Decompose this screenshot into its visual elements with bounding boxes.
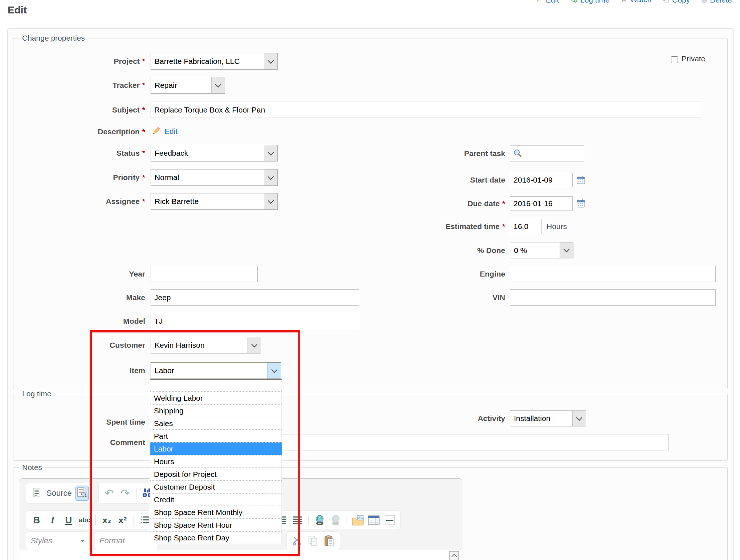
year-label: Year — [7, 266, 145, 282]
engine-label: Engine — [363, 266, 505, 282]
dropdown-option[interactable]: Credit — [150, 493, 282, 506]
svg-text:3: 3 — [140, 522, 142, 524]
assignee-select[interactable]: Rick Barrette — [151, 193, 278, 210]
horizontal-rule-icon[interactable] — [384, 513, 396, 527]
vin-input[interactable] — [510, 289, 716, 306]
priority-select[interactable]: Normal — [151, 169, 278, 186]
engine-input[interactable] — [510, 266, 716, 282]
customer-select[interactable]: Kevin Harrison — [151, 337, 261, 353]
format-dropdown[interactable]: Format — [95, 531, 159, 550]
copy-action-link[interactable]: Copy — [662, 0, 690, 4]
format-group: B I U abc x₂ x² 123 — [26, 510, 156, 530]
undo-button[interactable]: ↶ — [103, 486, 115, 500]
strikethrough-button[interactable]: abc — [78, 513, 91, 527]
chevron-down-icon — [560, 242, 573, 258]
dropdown-option-selected[interactable]: Labor — [150, 442, 282, 455]
tracker-select[interactable]: Repair — [151, 77, 225, 94]
bold-button[interactable]: B — [30, 513, 43, 527]
project-label: Project* — [7, 53, 145, 70]
copy-icon — [662, 0, 670, 4]
description-edit[interactable]: Edit — [152, 126, 177, 137]
delete-action-link[interactable]: Delete — [701, 0, 732, 4]
subscript-button[interactable]: x₂ — [101, 513, 113, 527]
status-select[interactable]: Feedback — [151, 145, 278, 162]
description-label: Description* — [7, 125, 145, 138]
dropdown-option[interactable]: Part — [150, 429, 282, 442]
link-icon[interactable] — [314, 513, 326, 527]
source-icon — [32, 487, 41, 499]
activity-label: Activity — [363, 410, 505, 426]
customer-label: Customer — [7, 337, 145, 353]
dropdown-option[interactable] — [150, 380, 282, 391]
superscript-button[interactable]: x² — [116, 513, 129, 527]
image-icon[interactable] — [352, 513, 364, 527]
private-label: Private — [682, 54, 705, 63]
watch-action-link[interactable]: Watch — [621, 0, 652, 4]
percent-done-select[interactable]: 0 % — [510, 242, 573, 258]
comment-label: Comment — [7, 434, 145, 450]
dropdown-option[interactable]: Shop Space Rent Day — [150, 531, 282, 544]
subject-input[interactable] — [151, 102, 702, 118]
cut-icon[interactable] — [291, 534, 303, 548]
dropdown-option[interactable]: Shipping — [150, 404, 282, 417]
styles-dropdown[interactable]: Styles — [26, 531, 90, 550]
description-edit-link[interactable]: Edit — [164, 127, 177, 136]
trash-icon — [701, 0, 707, 4]
estimated-time-input[interactable] — [510, 219, 542, 234]
scroll-up-button[interactable] — [449, 551, 459, 560]
subject-label: Subject* — [7, 102, 145, 118]
page-title: Edit — [8, 4, 27, 16]
dropdown-option[interactable]: Shop Space Rent Monthly — [150, 506, 282, 518]
model-label: Model — [7, 313, 145, 329]
paste-icon[interactable] — [323, 534, 335, 548]
preview-button[interactable] — [75, 486, 89, 501]
issue-action-toolbar: Edit Log time Watch Copy Delete — [536, 0, 732, 5]
start-date-input[interactable] — [510, 173, 573, 187]
model-input[interactable] — [151, 313, 359, 329]
calendar-icon[interactable] — [576, 175, 585, 186]
make-input[interactable] — [151, 289, 359, 306]
dropdown-option[interactable]: Customer Deposit — [150, 480, 282, 493]
delete-action-label: Delete — [710, 0, 732, 4]
due-date-input[interactable] — [510, 196, 573, 211]
editor-toolbar-row3-right — [286, 532, 340, 550]
calendar-icon[interactable] — [576, 199, 585, 209]
priority-label: Priority* — [7, 169, 145, 186]
clipboard-group — [286, 531, 340, 550]
source-button[interactable] — [30, 486, 43, 500]
log-time-action-link[interactable]: Log time — [570, 0, 610, 4]
edit-action-link[interactable]: Edit — [536, 0, 559, 4]
activity-select[interactable]: Installation — [510, 410, 586, 426]
project-select[interactable]: Barrette Fabrication, LLC — [151, 53, 278, 70]
dropdown-option[interactable]: Deposit for Project — [150, 467, 282, 480]
dropdown-option[interactable]: Sales — [150, 417, 282, 429]
estimated-time-unit: Hours — [547, 219, 567, 234]
start-date-label: Start date — [363, 173, 505, 187]
numbered-list-icon[interactable]: 123 — [139, 513, 151, 527]
chevron-down-icon — [264, 169, 277, 185]
copy-icon[interactable] — [307, 534, 319, 548]
log-time-legend: Log time — [19, 389, 55, 398]
item-select[interactable]: Labor — [151, 362, 281, 379]
table-icon[interactable] — [368, 513, 380, 527]
log-time-action-label: Log time — [580, 0, 610, 4]
year-input[interactable] — [151, 266, 258, 282]
dropdown-option[interactable]: Shop Space Rent Hour — [150, 518, 282, 531]
chevron-up-icon — [451, 554, 457, 560]
unlink-icon[interactable] — [330, 513, 342, 527]
copy-action-label: Copy — [672, 0, 690, 4]
notes-legend: Notes — [19, 463, 45, 472]
private-checkbox[interactable] — [671, 56, 678, 63]
source-group: Source — [26, 483, 93, 504]
editor-content-area[interactable] — [19, 550, 462, 560]
due-date-label: Due date* — [363, 196, 505, 211]
item-label: Item — [7, 362, 145, 379]
italic-button[interactable]: I — [46, 513, 59, 527]
underline-button[interactable]: U — [62, 513, 75, 527]
make-label: Make — [7, 289, 145, 306]
redo-button[interactable]: ↷ — [119, 486, 131, 500]
item-dropdown-list: Welding Labor Shipping Sales Part Labor … — [150, 379, 282, 544]
justify-icon[interactable] — [291, 513, 304, 527]
dropdown-option[interactable]: Welding Labor — [150, 391, 282, 404]
dropdown-option[interactable]: Hours — [150, 455, 282, 467]
